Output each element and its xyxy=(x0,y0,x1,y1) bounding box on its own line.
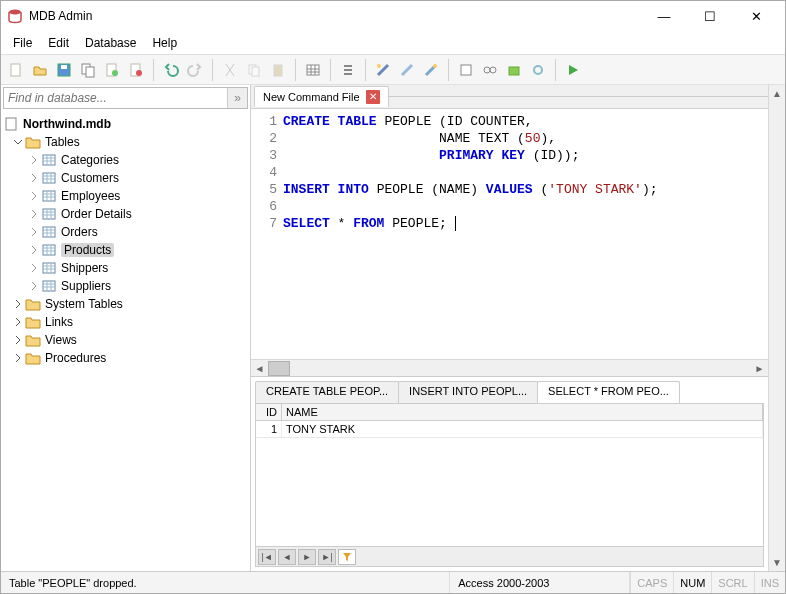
database-tree[interactable]: Northwind.mdb Tables CategoriesCustomers… xyxy=(1,111,250,571)
result-tab[interactable]: INSERT INTO PEOPL... xyxy=(398,381,538,403)
chevron-right-icon[interactable] xyxy=(11,353,25,363)
new-button[interactable] xyxy=(5,59,27,81)
svg-rect-3 xyxy=(61,65,67,69)
filter-button[interactable] xyxy=(338,549,356,565)
grid-button[interactable] xyxy=(302,59,324,81)
chevron-right-icon[interactable] xyxy=(11,317,25,327)
table-row[interactable]: 1TONY STARK xyxy=(256,421,763,438)
results-grid[interactable]: ID NAME 1TONY STARK xyxy=(256,404,763,438)
close-button[interactable]: ✕ xyxy=(733,1,779,31)
tree-views[interactable]: Views xyxy=(3,331,248,349)
delete-doc-button[interactable] xyxy=(125,59,147,81)
vertical-scrollbar[interactable]: ▲ ▼ xyxy=(768,85,785,571)
chevron-right-icon[interactable] xyxy=(27,281,41,291)
last-record-button[interactable]: ►| xyxy=(318,549,336,565)
ins-indicator: INS xyxy=(754,572,785,593)
menu-help[interactable]: Help xyxy=(144,34,185,52)
svg-rect-22 xyxy=(43,155,55,165)
titlebar: MDB Admin — ☐ ✕ xyxy=(1,1,785,31)
scroll-up-icon[interactable]: ▲ xyxy=(769,85,785,102)
table-icon xyxy=(41,153,57,167)
table-icon xyxy=(41,171,57,185)
menu-database[interactable]: Database xyxy=(77,34,144,52)
package-button[interactable] xyxy=(503,59,525,81)
wizard2-button[interactable] xyxy=(396,59,418,81)
tree-db-root[interactable]: Northwind.mdb xyxy=(3,115,248,133)
tree-table-item[interactable]: Employees xyxy=(3,187,248,205)
svg-rect-25 xyxy=(43,209,55,219)
tree-table-item[interactable]: Categories xyxy=(3,151,248,169)
search-input[interactable] xyxy=(4,88,227,108)
redo-button[interactable] xyxy=(184,59,206,81)
tree-procedures[interactable]: Procedures xyxy=(3,349,248,367)
column-header[interactable]: ID xyxy=(256,404,282,420)
chevron-right-icon[interactable] xyxy=(27,155,41,165)
tree-table-item[interactable]: Order Details xyxy=(3,205,248,223)
tree-links[interactable]: Links xyxy=(3,313,248,331)
column-header[interactable]: NAME xyxy=(282,404,763,420)
run-button[interactable] xyxy=(562,59,584,81)
menu-file[interactable]: File xyxy=(5,34,40,52)
wizard1-button[interactable] xyxy=(372,59,394,81)
scroll-thumb[interactable] xyxy=(268,361,290,376)
refresh-button[interactable] xyxy=(455,59,477,81)
menu-edit[interactable]: Edit xyxy=(40,34,77,52)
list-button[interactable] xyxy=(337,59,359,81)
tree-table-item[interactable]: Customers xyxy=(3,169,248,187)
wizard3-button[interactable] xyxy=(420,59,442,81)
table-icon xyxy=(41,225,57,239)
first-record-button[interactable]: |◄ xyxy=(258,549,276,565)
chevron-right-icon[interactable] xyxy=(27,191,41,201)
record-navigator: |◄ ◄ ► ►| xyxy=(256,546,763,566)
minimize-button[interactable]: — xyxy=(641,1,687,31)
undo-button[interactable] xyxy=(160,59,182,81)
tab-close-icon[interactable]: ✕ xyxy=(366,90,380,104)
chevron-down-icon[interactable] xyxy=(11,137,25,147)
chevron-right-icon[interactable] xyxy=(27,173,41,183)
svg-rect-16 xyxy=(461,65,471,75)
chevron-right-icon[interactable] xyxy=(11,335,25,345)
copy-button[interactable] xyxy=(77,59,99,81)
svg-rect-1 xyxy=(11,64,20,76)
scroll-left-icon[interactable]: ◄ xyxy=(251,360,268,377)
svg-rect-24 xyxy=(43,191,55,201)
chevron-right-icon[interactable] xyxy=(27,263,41,273)
chevron-right-icon[interactable] xyxy=(11,299,25,309)
scroll-down-icon[interactable]: ▼ xyxy=(769,554,785,571)
copy2-button[interactable] xyxy=(243,59,265,81)
tree-table-item[interactable]: Shippers xyxy=(3,259,248,277)
gear-button[interactable] xyxy=(527,59,549,81)
maximize-button[interactable]: ☐ xyxy=(687,1,733,31)
prev-record-button[interactable]: ◄ xyxy=(278,549,296,565)
tree-tables[interactable]: Tables xyxy=(3,133,248,151)
sql-editor[interactable]: 1234567 CREATE TABLE PEOPLE (ID COUNTER,… xyxy=(251,109,768,359)
tree-table-item[interactable]: Products xyxy=(3,241,248,259)
caps-indicator: CAPS xyxy=(630,572,673,593)
code-area[interactable]: CREATE TABLE PEOPLE (ID COUNTER, NAME TE… xyxy=(283,109,768,359)
chevron-right-icon[interactable] xyxy=(27,245,41,255)
statusbar: Table "PEOPLE" dropped. Access 2000-2003… xyxy=(1,571,785,593)
result-tabs: CREATE TABLE PEOP...INSERT INTO PEOPL...… xyxy=(251,377,768,403)
new-doc-button[interactable] xyxy=(101,59,123,81)
open-button[interactable] xyxy=(29,59,51,81)
chevron-right-icon[interactable] xyxy=(27,227,41,237)
chevron-right-icon[interactable] xyxy=(27,209,41,219)
editor-tab[interactable]: New Command File ✕ xyxy=(254,86,389,107)
result-tab[interactable]: SELECT * FROM PEO... xyxy=(537,381,680,403)
table-icon xyxy=(41,189,57,203)
next-record-button[interactable]: ► xyxy=(298,549,316,565)
cut-button[interactable] xyxy=(219,59,241,81)
result-tab[interactable]: CREATE TABLE PEOP... xyxy=(255,381,399,403)
tree-system-tables[interactable]: System Tables xyxy=(3,295,248,313)
editor-tabbar: New Command File ✕ xyxy=(251,85,768,109)
svg-point-17 xyxy=(484,67,490,73)
svg-point-9 xyxy=(136,70,142,76)
tree-table-item[interactable]: Suppliers xyxy=(3,277,248,295)
save-button[interactable] xyxy=(53,59,75,81)
search-go-button[interactable]: » xyxy=(227,88,247,108)
scroll-right-icon[interactable]: ► xyxy=(751,360,768,377)
paste-button[interactable] xyxy=(267,59,289,81)
horizontal-scrollbar[interactable]: ◄ ► xyxy=(251,359,768,376)
link-button[interactable] xyxy=(479,59,501,81)
tree-table-item[interactable]: Orders xyxy=(3,223,248,241)
